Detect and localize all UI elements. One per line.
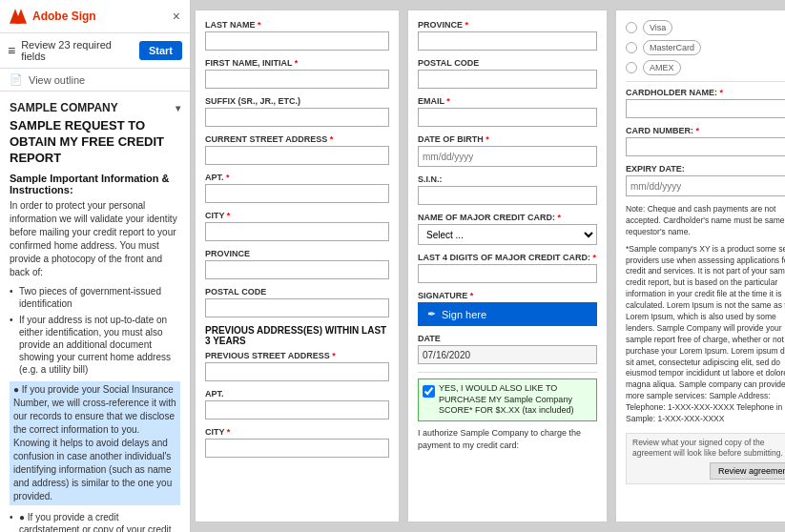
last-name-label: LAST NAME * [205,20,389,30]
start-button[interactable]: Start [139,41,182,60]
cardholder-label: Cardholder Name: * [626,88,785,97]
bullet-list: Two pieces of government-issued identifi… [10,285,180,376]
email-group: EMAIL * [418,96,597,127]
card-last4-label: LAST 4 DIGITS OF MAJOR CREDIT CARD: * [418,253,597,262]
signature-label: Signature * [418,291,597,300]
city-group: CITY * [205,211,389,241]
card-name-group: NAME OF MAJOR CREDIT CARD: * Select ... [418,213,597,245]
mastercard-option: MasterCard [626,40,785,55]
review-agreement-text: Review what your signed copy of the agre… [632,438,785,459]
postal-group: POSTAL CODE [205,287,389,317]
amex-chip: AMEX [643,60,681,75]
province2-input[interactable] [418,31,597,51]
sidebar: Adobe Sign × ≡ Review 23 required fields… [0,0,191,532]
prev-apt-group: APT. [205,389,389,419]
last-name-group: LAST NAME * [205,20,389,51]
instructions-heading: Sample Important Information & Instructi… [10,173,180,195]
cardholder-input[interactable] [626,99,785,118]
date-readonly [418,345,597,364]
province2-group: PROVINCE * [418,20,597,51]
apt-label: APT. * [205,173,389,182]
document-title: SAMPLE REQUEST TO OBTAIN MY FREE CREDIT … [10,118,180,167]
street-group: CURRENT STREET ADDRESS * [205,134,389,165]
last-name-input[interactable] [205,31,389,51]
suffix-label: SUFFIX (Sr., Jr., etc.) [205,96,389,106]
prev-street-input[interactable] [205,362,389,381]
mastercard-radio[interactable] [626,42,637,53]
sin-input[interactable] [418,186,597,205]
sin-label: S.I.N.: [418,174,597,184]
review-fields-label: Review 23 required fields [21,39,134,62]
sidebar-toolbar: ≡ Review 23 required fields Start [0,33,190,69]
email-label: EMAIL * [418,96,597,106]
visa-option: Visa [626,20,785,35]
card-name-label: NAME OF MAJOR CREDIT CARD: * [418,213,597,222]
sidebar-header: Adobe Sign × [0,0,190,33]
card-name-select[interactable]: Select ... [418,224,597,245]
province-input[interactable] [205,260,389,279]
view-outline-bar[interactable]: 📄 View outline [0,69,190,92]
main-area: LAST NAME * FIRST NAME, INITIAL * SUFFIX… [191,0,785,532]
prev-street-group: PREVIOUS STREET ADDRESS * [205,351,389,381]
review-agreement-button[interactable]: Review agreement [710,462,785,480]
right-panel: Visa MasterCard AMEX Cardholder Name: * … [615,10,785,522]
street-input[interactable] [205,146,389,165]
expiry-input[interactable] [626,175,785,196]
bullet-list-2: ● If you provide a credit cardstatement … [10,511,180,532]
postal2-label: POSTAL CODE [418,58,597,68]
bullet-item-2: If your address is not up-to-date on eit… [10,314,180,376]
prev-street-label: PREVIOUS STREET ADDRESS * [205,351,389,360]
amex-option: AMEX [626,60,785,75]
apt-group: APT. * [205,173,389,203]
signature-group: Signature * ✒ Sign here [418,291,597,326]
province-group: PROVINCE [205,249,389,279]
card-last4-group: LAST 4 DIGITS OF MAJOR CREDIT CARD: * [418,253,597,283]
amex-radio[interactable] [626,62,637,73]
city-input[interactable] [205,222,389,241]
first-name-label: FIRST NAME, INITIAL * [205,58,389,68]
suffix-input[interactable] [205,108,389,127]
card-number-input[interactable] [626,137,785,156]
visa-radio[interactable] [626,22,637,33]
app-logo: Adobe Sign [10,8,96,25]
view-outline-label: View outline [29,74,85,86]
adobe-icon [10,8,27,25]
prev-city-input[interactable] [205,439,389,458]
email-input[interactable] [418,108,597,127]
prev-city-label: CITY * [205,427,389,437]
auth-text: I authorize Sample Company to charge the… [418,427,597,451]
card-last4-input[interactable] [418,264,597,283]
sidebar-body: In order to protect your personal inform… [10,199,180,532]
postal2-input[interactable] [418,70,597,89]
prev-address-section-title: PREVIOUS ADDRESS(ES) WITHIN LAST 3 YEARS [205,325,389,346]
dob-input[interactable] [418,146,597,167]
highlight-sin: ● If you provide your Social Insurance N… [10,381,180,505]
center-panel: PROVINCE * POSTAL CODE EMAIL * DATE OF B… [407,10,608,522]
mastercard-chip: MasterCard [643,40,701,55]
chevron-down-icon[interactable]: ▾ [176,103,180,113]
prev-apt-input[interactable] [205,400,389,419]
card-number-label: Card Number: * [626,126,785,135]
street-label: CURRENT STREET ADDRESS * [205,134,389,144]
date-group: Date [418,334,597,364]
card-number-group: Card Number: * [626,126,785,156]
suffix-group: SUFFIX (Sr., Jr., etc.) [205,96,389,127]
pen-icon: ✒ [427,308,436,320]
first-name-input[interactable] [205,70,389,89]
sign-here-button[interactable]: ✒ Sign here [418,302,597,326]
bullet-item-3: ● If you provide a credit cardstatement … [10,511,180,532]
sin-group: S.I.N.: [418,174,597,205]
close-button[interactable]: × [173,9,180,24]
hamburger-icon[interactable]: ≡ [8,43,15,58]
note-text: Note: Cheque and cash payments are not a… [626,204,785,238]
first-name-group: FIRST NAME, INITIAL * [205,58,389,89]
expiry-label: Expiry Date: [626,164,785,174]
postal-input[interactable] [205,298,389,317]
purchase-checkbox[interactable] [423,385,435,398]
form-panel-1: LAST NAME * FIRST NAME, INITIAL * SUFFIX… [195,10,400,522]
purchase-checkbox-label: YES, I WOULD ALSO LIKE TO PURCHASE MY Sa… [439,383,592,417]
province-label: PROVINCE [205,249,389,258]
body-para1: In order to protect your personal inform… [10,199,180,279]
apt-input[interactable] [205,184,389,203]
visa-chip: Visa [643,20,672,35]
